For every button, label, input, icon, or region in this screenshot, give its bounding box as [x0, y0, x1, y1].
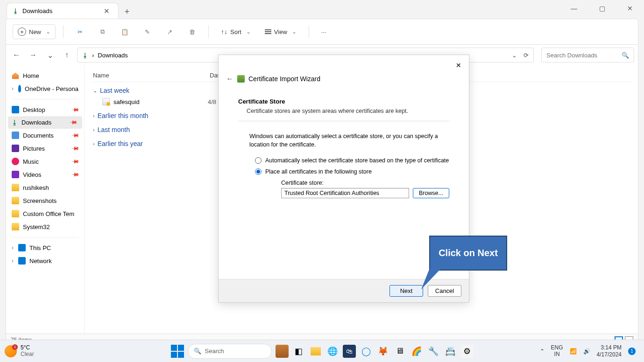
pin-icon: 📌: [71, 144, 79, 153]
delete-button[interactable]: 🗑: [183, 25, 201, 39]
search-box[interactable]: 🔍: [541, 48, 634, 63]
group-label: Last week: [100, 87, 129, 94]
taskbar-search[interactable]: 🔍 Search: [188, 344, 272, 359]
start-button[interactable]: [171, 345, 184, 358]
lang-bottom: IN: [551, 351, 563, 357]
wizard-close-button[interactable]: ✕: [452, 59, 465, 72]
certificate-icon: [237, 75, 245, 83]
sidebar-item-documents[interactable]: Documents 📌: [6, 129, 84, 142]
sidebar-item-downloads[interactable]: ⭳ Downloads 📌: [8, 116, 82, 129]
section-description: Certificate stores are system areas wher…: [238, 108, 449, 114]
wifi-icon[interactable]: 📶: [570, 348, 577, 355]
cut-button[interactable]: ✂: [71, 25, 89, 39]
sidebar-item-music[interactable]: Music 📌: [6, 155, 84, 168]
sidebar-item-system32[interactable]: System32: [6, 220, 84, 233]
chevron-right-icon: ›: [93, 127, 95, 132]
cut-icon: ✂: [76, 28, 84, 36]
tab-close-button[interactable]: ✕: [101, 6, 113, 16]
weather-widget[interactable]: 1 5°C Clear: [5, 345, 34, 357]
sidebar-item-home[interactable]: Home: [6, 69, 84, 82]
maximize-button[interactable]: ▢: [593, 2, 611, 15]
close-button[interactable]: ✕: [621, 2, 639, 15]
store-icon[interactable]: 🛍: [343, 345, 356, 358]
radio-icon: [255, 168, 262, 175]
view-label: View: [274, 28, 287, 35]
folder-icon: [12, 197, 19, 204]
paste-button[interactable]: 📋: [116, 25, 134, 39]
app-icon-2[interactable]: 🖥: [393, 345, 406, 358]
language-indicator[interactable]: ENG IN: [551, 345, 563, 357]
new-tab-button[interactable]: +: [119, 5, 135, 19]
plus-icon: +: [18, 28, 26, 36]
view-button[interactable]: View: [260, 26, 301, 38]
app-icon-1[interactable]: ◯: [360, 345, 373, 358]
firefox-icon[interactable]: 🦊: [376, 345, 389, 358]
tab-title: Downloads: [22, 7, 52, 14]
radio-auto-select[interactable]: Automatically select the certificate sto…: [255, 157, 449, 164]
column-name[interactable]: Name: [93, 72, 210, 79]
edge-icon[interactable]: 🌐: [326, 345, 339, 358]
label: Music: [23, 158, 39, 165]
minimize-button[interactable]: —: [565, 2, 583, 15]
view-icon: [265, 29, 271, 34]
taskbar-center: 🔍 Search ◧ 🌐 🛍 ◯ 🦊 🖥 🌈 🔧 📇 ⚙: [171, 344, 474, 359]
pin-icon: 📌: [71, 170, 79, 179]
new-button[interactable]: + New: [13, 24, 56, 39]
wizard-back-button[interactable]: ←: [226, 75, 234, 83]
radio-place-all[interactable]: Place all certificates in the following …: [255, 168, 449, 175]
sidebar-item-rushikesh[interactable]: rushikesh: [6, 181, 84, 194]
volume-icon[interactable]: 🔊: [583, 348, 590, 355]
sort-icon: ↑↓: [221, 28, 227, 35]
sidebar-item-onedrive[interactable]: › OneDrive - Persona: [6, 82, 84, 95]
chrome-icon[interactable]: 🌈: [410, 345, 423, 358]
share-button[interactable]: ↗: [161, 25, 178, 39]
app-icon-4[interactable]: 📇: [444, 345, 457, 358]
sidebar-item-network[interactable]: › Network: [6, 254, 84, 267]
up-button[interactable]: ↑: [60, 49, 73, 62]
tray-chevron-icon[interactable]: ⌃: [540, 348, 545, 355]
sidebar-item-videos[interactable]: Videos 📌: [6, 168, 84, 181]
file-explorer-icon[interactable]: [309, 345, 322, 358]
search-input[interactable]: [546, 52, 629, 59]
sidebar-item-custom-office[interactable]: Custom Office Tem: [6, 207, 84, 220]
history-chevron-icon[interactable]: ⌄: [512, 52, 517, 59]
cancel-button[interactable]: Cancel: [428, 285, 461, 297]
window-controls: — ▢ ✕: [565, 2, 639, 15]
sort-button[interactable]: ↑↓ Sort: [216, 25, 255, 38]
back-button[interactable]: ←: [10, 49, 23, 62]
sidebar: Home › OneDrive - Persona Desktop 📌 ⭳ Do…: [6, 65, 85, 334]
sidebar-item-this-pc[interactable]: › This PC: [6, 241, 84, 254]
recent-button[interactable]: ⌄: [43, 49, 57, 62]
explorer-pinned-icon[interactable]: [276, 345, 289, 358]
search-icon[interactable]: 🔍: [622, 52, 629, 59]
browse-button[interactable]: Browse...: [413, 188, 449, 198]
wizard-header: ← Certificate Import Wizard: [219, 55, 469, 89]
label: Downloads: [21, 119, 51, 126]
forward-button[interactable]: →: [27, 49, 40, 62]
folder-icon: [12, 210, 19, 217]
callout-text: Click on Next: [439, 248, 498, 258]
group-label: Earlier this month: [98, 112, 149, 119]
next-button[interactable]: Next: [389, 285, 423, 297]
pin-icon: 📌: [71, 157, 79, 166]
wizard-footer: Next Cancel: [219, 279, 469, 302]
app-icon-5[interactable]: ⚙: [460, 345, 474, 358]
label: Network: [29, 258, 52, 265]
store-input[interactable]: Trusted Root Certification Authorities: [281, 188, 409, 198]
sidebar-item-pictures[interactable]: Pictures 📌: [6, 142, 84, 155]
taskview-icon[interactable]: ◧: [292, 345, 305, 358]
pin-icon: 📌: [71, 105, 79, 114]
notification-badge[interactable]: 1: [628, 348, 636, 355]
refresh-button[interactable]: ⟳: [524, 52, 529, 59]
rename-button[interactable]: ✎: [138, 25, 156, 39]
sidebar-item-screenshots[interactable]: Screenshots: [6, 194, 84, 207]
copy-button[interactable]: ⧉: [93, 25, 111, 39]
onedrive-icon: [18, 85, 21, 92]
sidebar-item-desktop[interactable]: Desktop 📌: [6, 103, 84, 116]
chevron-down-icon: ⌄: [93, 88, 97, 94]
more-button[interactable]: ···: [317, 26, 331, 38]
home-icon: [12, 72, 19, 79]
clock[interactable]: 3:14 PM 4/17/2024: [597, 344, 622, 358]
tab-downloads[interactable]: ⭳ Downloads ✕: [7, 3, 119, 19]
app-icon-3[interactable]: 🔧: [427, 345, 440, 358]
